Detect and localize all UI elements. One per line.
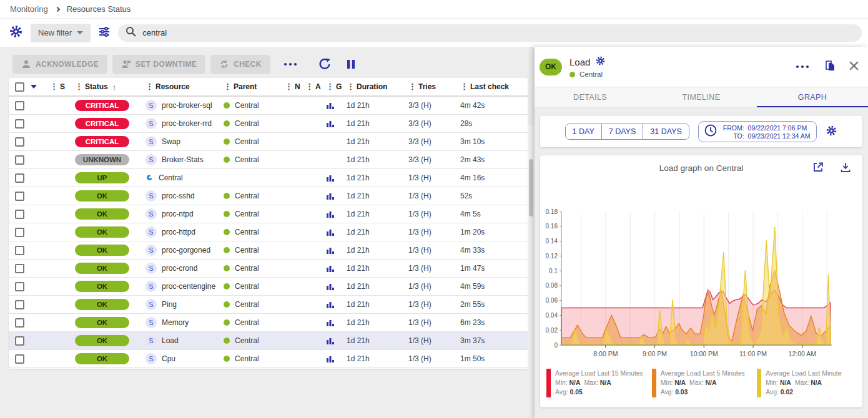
resource-name[interactable]: Ping	[162, 300, 177, 309]
table-row[interactable]: OK Sproc-crond Central 1d 21h 1/3 (H) 1m…	[9, 260, 528, 278]
filter-tune-icon[interactable]	[98, 26, 111, 41]
resource-name[interactable]: proc-sshd	[162, 192, 195, 200]
graph-icon[interactable]	[326, 173, 335, 182]
row-checkbox[interactable]	[15, 246, 24, 255]
table-row[interactable]: OK SPing Central 1d 21h 1/3 (H) 2m 55s	[9, 296, 528, 314]
parent-name[interactable]: Central	[235, 192, 259, 200]
select-all-checkbox[interactable]	[15, 82, 24, 92]
parent-name[interactable]: Central	[235, 155, 259, 164]
column-header-a[interactable]: ⋮A	[305, 82, 326, 91]
parent-name[interactable]: Central	[235, 246, 259, 255]
column-header-last-check[interactable]: ⋮Last check	[460, 82, 528, 91]
column-header-resource[interactable]: ⋮Resource	[145, 82, 224, 91]
table-row[interactable]: CRITICAL Sproc-broker-sql Central 1d 21h…	[9, 97, 528, 115]
row-checkbox[interactable]	[15, 192, 24, 201]
parent-name[interactable]: Central	[235, 354, 259, 363]
column-header-tries[interactable]: ⋮Tries	[408, 82, 460, 91]
range-button-31-days[interactable]: 31 DAYS	[643, 124, 689, 139]
row-checkbox[interactable]	[15, 300, 24, 309]
parent-name[interactable]: Central	[235, 210, 259, 218]
parent-name[interactable]: Central	[235, 264, 259, 273]
resource-name[interactable]: Load	[162, 336, 179, 345]
row-checkbox[interactable]	[15, 155, 24, 165]
resource-name[interactable]: Swap	[162, 137, 180, 146]
tab-timeline[interactable]: TIMELINE	[646, 87, 757, 107]
resource-name[interactable]: proc-broker-rrd	[162, 119, 212, 128]
graph-icon[interactable]	[326, 282, 335, 291]
panel-more-button[interactable]	[794, 63, 811, 70]
table-row[interactable]: CRITICAL Sproc-broker-rrd Central 1d 21h…	[9, 115, 528, 133]
tab-details[interactable]: DETAILS	[535, 87, 646, 107]
parent-name[interactable]: Central	[235, 101, 259, 110]
column-header-duration[interactable]: ⋮Duration	[347, 82, 408, 91]
new-filter-dropdown[interactable]: New filter	[31, 24, 91, 42]
breadcrumb-monitoring[interactable]: Monitoring	[10, 4, 48, 14]
graph-icon[interactable]	[326, 101, 335, 110]
table-row[interactable]: OK Sproc-centengine Central 1d 21h 1/3 (…	[9, 278, 528, 296]
row-checkbox[interactable]	[15, 119, 24, 129]
close-icon[interactable]	[849, 61, 859, 74]
graph-icon[interactable]	[326, 210, 335, 218]
range-button-7-days[interactable]: 7 DAYS	[602, 124, 644, 139]
table-row[interactable]: OK Sproc-gorgoned Central 1d 21h 1/3 (H)…	[9, 241, 528, 260]
row-checkbox[interactable]	[15, 354, 24, 364]
resource-name[interactable]: proc-httpd	[162, 228, 195, 236]
resource-name[interactable]: Cpu	[162, 354, 175, 363]
range-button-1-day[interactable]: 1 DAY	[566, 124, 602, 139]
resource-name[interactable]: proc-gorgoned	[162, 246, 210, 255]
resource-name[interactable]: Memory	[162, 318, 189, 327]
graph-icon[interactable]	[326, 300, 335, 309]
column-header-n[interactable]: ⋮N	[285, 82, 305, 91]
parent-name[interactable]: Central	[235, 300, 259, 309]
row-checkbox[interactable]	[15, 264, 24, 273]
tab-graph[interactable]: GRAPH	[757, 87, 868, 107]
table-row[interactable]: OK SCpu Central 1d 21h 1/3 (H) 1m 50s	[9, 350, 528, 368]
legend-item[interactable]: Average Load Last 5 Minutes Min: N/AMax:…	[652, 369, 751, 397]
column-header-status[interactable]: ⋮Status↑	[75, 82, 145, 92]
column-header-s[interactable]: ⋮S	[50, 82, 75, 91]
parent-name[interactable]: Central	[235, 137, 259, 146]
parent-name[interactable]: Central	[235, 336, 259, 345]
resource-name[interactable]: Broker-Stats	[162, 155, 204, 164]
resource-name[interactable]: Central	[159, 173, 183, 182]
open-in-new-icon[interactable]	[812, 162, 824, 175]
search-field[interactable]	[118, 24, 862, 42]
filters-gear-icon[interactable]	[9, 24, 23, 41]
table-row[interactable]: OK SLoad Central 1d 21h 1/3 (H) 3m 37s	[9, 332, 528, 350]
select-menu-caret-icon[interactable]	[31, 85, 37, 89]
row-checkbox[interactable]	[15, 101, 24, 110]
pause-button[interactable]	[345, 59, 357, 70]
service-settings-gear-icon[interactable]	[595, 56, 606, 68]
legend-item[interactable]: Average Load Last 15 Minutes Min: N/AMax…	[546, 369, 646, 397]
parent-name[interactable]: Central	[235, 119, 259, 128]
table-row[interactable]: OK Sproc-httpd Central 1d 21h 1/3 (H) 1m…	[9, 223, 528, 241]
parent-name[interactable]: Central	[235, 318, 259, 327]
graph-icon[interactable]	[326, 264, 335, 273]
copy-link-icon[interactable]	[824, 59, 836, 74]
resource-name[interactable]: proc-ntpd	[162, 210, 194, 218]
table-row[interactable]: OK Sproc-sshd Central 1d 21h 1/3 (H) 52s	[9, 187, 528, 205]
graph-icon[interactable]	[326, 354, 335, 363]
scrollbar-thumb[interactable]	[529, 159, 533, 216]
panel-subtitle[interactable]: Central	[579, 70, 603, 78]
table-row[interactable]: CRITICAL SSwap Central 1d 21h 3/3 (H) 3m…	[9, 133, 528, 151]
parent-name[interactable]: Central	[235, 228, 259, 236]
acknowledge-button[interactable]: ACKNOWLEDGE	[12, 55, 107, 74]
custom-time-range[interactable]: FROM: 09/22/2021 7:06 PM TO: 09/23/2021 …	[698, 121, 817, 142]
search-input[interactable]	[142, 28, 854, 37]
row-checkbox[interactable]	[15, 228, 24, 237]
download-icon[interactable]	[840, 162, 851, 175]
row-checkbox[interactable]	[15, 137, 24, 147]
set-downtime-button[interactable]: SET DOWNTIME	[112, 55, 205, 74]
row-checkbox[interactable]	[15, 173, 24, 183]
row-checkbox[interactable]	[15, 210, 24, 219]
table-row[interactable]: OK SMemory Central 1d 21h 1/3 (H) 6m 23s	[9, 314, 528, 332]
graph-icon[interactable]	[326, 192, 335, 200]
parent-name[interactable]: Central	[235, 282, 259, 291]
resource-name[interactable]: proc-broker-sql	[162, 101, 212, 110]
breadcrumb-resources-status[interactable]: Resources Status	[67, 4, 131, 14]
resource-name[interactable]: proc-crond	[162, 264, 197, 273]
column-header-g[interactable]: ⋮G	[326, 82, 347, 91]
table-row[interactable]: OK Sproc-ntpd Central 1d 21h 1/3 (H) 4m …	[9, 205, 528, 223]
refresh-button[interactable]	[318, 57, 332, 71]
